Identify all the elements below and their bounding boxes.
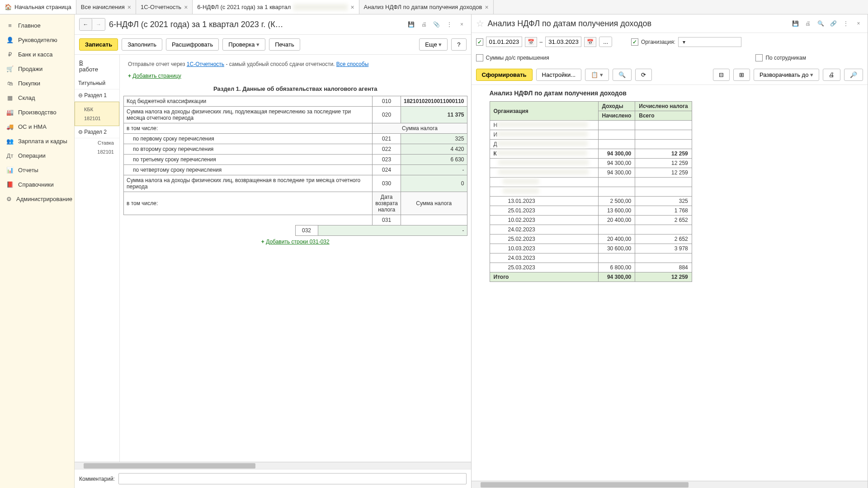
check-button[interactable]: Проверка bbox=[222, 38, 265, 51]
link-all-methods[interactable]: Все способы bbox=[336, 61, 369, 67]
link-icon[interactable]: 🔗 bbox=[829, 19, 838, 28]
sidebar-item-warehouse[interactable]: ▦Склад bbox=[0, 90, 74, 105]
tab-title-page[interactable]: Титульный bbox=[75, 77, 119, 89]
close-icon[interactable]: × bbox=[127, 4, 131, 11]
date-to-input[interactable] bbox=[545, 37, 581, 47]
tab-section1[interactable]: ⊖ Раздел 1 bbox=[75, 89, 119, 102]
people-icon: 👥 bbox=[6, 137, 14, 145]
nav-back-button[interactable]: ← bbox=[80, 19, 92, 30]
cell-value[interactable]: - bbox=[401, 165, 467, 175]
preview-button[interactable]: 🔎 bbox=[844, 69, 863, 81]
sidebar-item-purchases[interactable]: 🛍Покупки bbox=[0, 76, 74, 90]
debit-icon: Дт bbox=[6, 152, 14, 159]
date-from-input[interactable] bbox=[486, 37, 522, 47]
checkbox-employees[interactable] bbox=[755, 54, 763, 61]
tabs-bar: 🏠 Начальная страница Все начисления × 1С… bbox=[0, 0, 868, 14]
print-icon[interactable]: 🖨 bbox=[803, 19, 812, 28]
cell-value[interactable]: 18210102010011000110 bbox=[401, 96, 467, 107]
sidebar-item-production[interactable]: 🏭Производство bbox=[0, 105, 74, 119]
tab-section1-kbk[interactable]: КБК 182101 bbox=[75, 102, 119, 126]
star-icon[interactable]: ☆ bbox=[476, 18, 484, 29]
search-icon[interactable]: 🔍 bbox=[816, 19, 825, 28]
save-icon[interactable]: 💾 bbox=[407, 20, 416, 29]
refresh-button[interactable]: ⟳ bbox=[635, 69, 652, 81]
expand-to-button[interactable]: Разворачивать до bbox=[754, 69, 819, 81]
label-employees: По сотрудникам bbox=[765, 55, 806, 61]
dash: – bbox=[540, 39, 543, 45]
checkbox-sums[interactable] bbox=[476, 54, 483, 61]
scrollbar-horizontal[interactable] bbox=[75, 462, 471, 469]
cell-code[interactable]: 031 bbox=[373, 215, 401, 225]
cell-value[interactable]: - bbox=[318, 225, 467, 236]
period-button[interactable]: ... bbox=[599, 37, 612, 47]
cell-total: Итого bbox=[490, 272, 598, 282]
calendar-icon[interactable]: 📅 bbox=[525, 37, 537, 47]
checkbox-org[interactable] bbox=[631, 38, 638, 46]
print-button[interactable]: Печать bbox=[269, 38, 300, 51]
sidebar-item-salary[interactable]: 👥Зарплата и кадры bbox=[0, 134, 74, 148]
more-icon[interactable]: ⋮ bbox=[445, 20, 454, 29]
tab-analysis[interactable]: Анализ НДФЛ по датам получения доходов × bbox=[359, 0, 494, 14]
attach-icon[interactable]: 📎 bbox=[432, 20, 441, 29]
close-icon[interactable]: × bbox=[485, 4, 488, 11]
cell-value[interactable]: 6 630 bbox=[401, 155, 467, 165]
link-1c-reporting[interactable]: 1С-Отчетность bbox=[187, 61, 224, 67]
write-button[interactable]: Записать bbox=[79, 38, 118, 51]
cart-icon: 🛒 bbox=[6, 65, 14, 72]
col-org: Организация bbox=[490, 102, 598, 121]
tab-home[interactable]: 🏠 Начальная страница bbox=[0, 0, 76, 14]
sidebar-label: Руководителю bbox=[18, 37, 57, 43]
sidebar-item-manager[interactable]: 👤Руководителю bbox=[0, 33, 74, 47]
help-button[interactable]: ? bbox=[451, 38, 466, 51]
cell-value[interactable]: 0 bbox=[401, 175, 467, 192]
sidebar-item-bank[interactable]: ₽Банк и касса bbox=[0, 47, 74, 61]
tab-section2[interactable]: ⊖ Раздел 2 bbox=[75, 126, 119, 138]
sidebar-item-sales[interactable]: 🛒Продажи bbox=[0, 61, 74, 76]
tab-accruals[interactable]: Все начисления × bbox=[76, 0, 136, 14]
checkbox-period[interactable] bbox=[476, 38, 483, 46]
sidebar-item-assets[interactable]: 🚚ОС и НМА bbox=[0, 119, 74, 134]
save-settings-button[interactable]: 📋 bbox=[585, 69, 609, 81]
calendar-icon[interactable]: 📅 bbox=[584, 37, 596, 47]
comment-input[interactable] bbox=[118, 473, 467, 484]
save-icon[interactable]: 💾 bbox=[791, 19, 800, 28]
sidebar-label: Зарплата и кадры bbox=[18, 138, 67, 145]
scrollbar-horizontal[interactable] bbox=[472, 481, 868, 488]
tab-reporting[interactable]: 1С-Отчетность × bbox=[136, 0, 193, 14]
fill-button[interactable]: Заполнить bbox=[122, 38, 162, 51]
sidebar-item-admin[interactable]: ⚙Администрирование bbox=[0, 192, 74, 206]
settings-button[interactable]: Настройки... bbox=[536, 69, 582, 81]
sidebar-item-main[interactable]: ≡Главное bbox=[0, 18, 74, 33]
cell-date: 24.03.2023 bbox=[490, 253, 598, 263]
cell-date: 13.01.2023 bbox=[490, 197, 598, 206]
print-icon[interactable]: 🖨 bbox=[420, 20, 429, 29]
cell-value[interactable]: 11 375 bbox=[401, 107, 467, 123]
org-select[interactable]: ▾ bbox=[678, 37, 741, 47]
more-icon[interactable]: ⋮ bbox=[841, 19, 850, 28]
close-icon[interactable]: × bbox=[854, 19, 863, 28]
more-button[interactable]: Еще bbox=[419, 38, 448, 51]
cell-date: 25.01.2023 bbox=[490, 206, 598, 216]
collapse-button[interactable]: ⊟ bbox=[713, 69, 730, 81]
close-icon[interactable]: × bbox=[458, 20, 467, 29]
add-rows-link[interactable]: + Добавить строки 031-032 bbox=[123, 236, 467, 248]
close-icon[interactable]: × bbox=[184, 4, 188, 11]
print-button[interactable]: 🖨 bbox=[823, 69, 840, 81]
nav-forward-button[interactable]: → bbox=[92, 19, 105, 30]
panel-title: Анализ НДФЛ по датам получения доходов bbox=[488, 19, 788, 28]
sidebar-item-reports[interactable]: 📊Отчеты bbox=[0, 163, 74, 177]
decrypt-button[interactable]: Расшифровать bbox=[166, 38, 219, 51]
generate-button[interactable]: Сформировать bbox=[476, 69, 533, 81]
cell-value[interactable]: 4 420 bbox=[401, 144, 467, 155]
sidebar-label: Банк и касса bbox=[18, 51, 53, 58]
tab-6ndfl[interactable]: 6-НДФЛ (с 2021 года) за 1 квартал × bbox=[193, 0, 359, 14]
truck-icon: 🚚 bbox=[6, 123, 14, 130]
cell-value[interactable]: 325 bbox=[401, 134, 467, 144]
expand-button[interactable]: ⊞ bbox=[733, 69, 750, 81]
sidebar-item-operations[interactable]: ДтОперации bbox=[0, 148, 74, 163]
add-page-link[interactable]: + Добавить страницу bbox=[123, 70, 467, 82]
find-button[interactable]: 🔍 bbox=[613, 69, 632, 81]
close-icon[interactable]: × bbox=[350, 4, 354, 11]
section2-rate: Ставка bbox=[75, 138, 119, 147]
sidebar-item-directories[interactable]: 📕Справочники bbox=[0, 177, 74, 192]
